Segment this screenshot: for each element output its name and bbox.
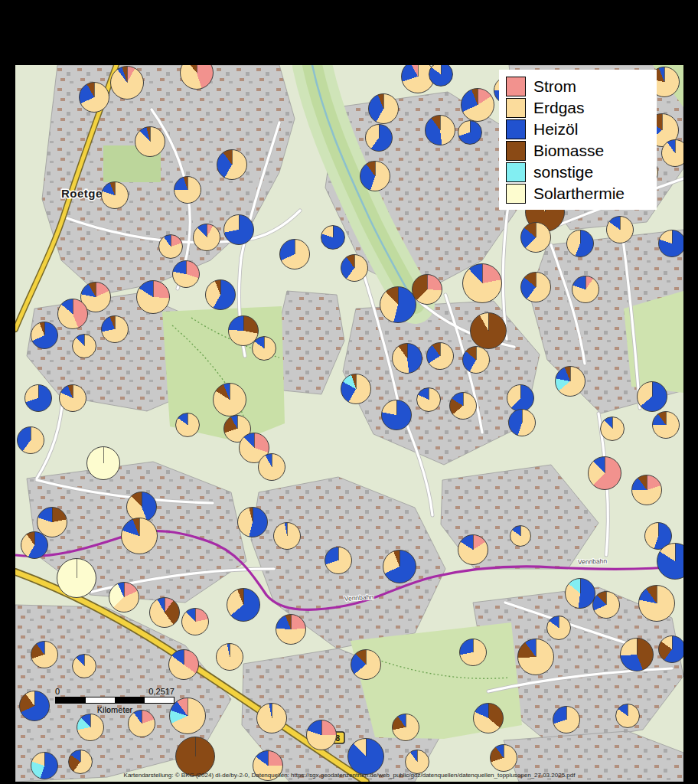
energy-mix-pie xyxy=(77,714,104,741)
energy-mix-pie xyxy=(470,312,507,349)
energy-mix-pie xyxy=(168,649,199,680)
map-canvas: B258 Roetgen Vennbahn Vennbahn StromErdg… xyxy=(15,65,683,782)
energy-mix-pie xyxy=(121,518,158,554)
energy-mix-pie xyxy=(449,392,477,420)
energy-mix-pie xyxy=(149,597,180,628)
energy-mix-pie xyxy=(606,216,634,243)
energy-mix-pie xyxy=(520,222,551,253)
energy-mix-pie xyxy=(458,534,488,565)
energy-mix-pie xyxy=(341,254,368,282)
energy-mix-pie xyxy=(565,578,595,609)
energy-mix-pie xyxy=(658,635,683,663)
energy-mix-pie xyxy=(657,543,683,580)
energy-mix-pie xyxy=(101,181,129,209)
energy-mix-pie xyxy=(193,224,220,251)
legend-swatch xyxy=(506,98,526,118)
legend-label: Erdgas xyxy=(533,97,585,118)
energy-mix-pie xyxy=(510,525,531,547)
energy-mix-pie xyxy=(490,744,517,772)
energy-mix-pie xyxy=(227,588,260,622)
legend-swatch xyxy=(506,141,526,161)
legend-item-solarthermie: Solarthermie xyxy=(506,183,650,204)
energy-mix-pie xyxy=(180,65,214,90)
energy-mix-pie xyxy=(24,384,52,412)
legend-swatch xyxy=(506,77,526,96)
energy-mix-pie xyxy=(459,639,487,666)
energy-mix-pie xyxy=(351,649,381,680)
energy-mix-pie xyxy=(135,126,165,157)
legend-item-heizöl: Heizöl xyxy=(506,119,650,139)
legend-item-strom: Strom xyxy=(506,76,650,96)
energy-mix-pie xyxy=(661,139,683,167)
scale-zero-label: 0 xyxy=(55,687,60,696)
energy-mix-pie xyxy=(223,214,254,245)
energy-mix-pie xyxy=(72,334,96,358)
energy-mix-pie xyxy=(17,426,44,454)
scale-bar: 0 0,2517 Kilometer xyxy=(55,687,174,714)
screenshot-root: { "legend": { "items": [ {"key":"S","lab… xyxy=(0,0,698,784)
energy-mix-pie xyxy=(638,585,675,622)
legend-swatch xyxy=(506,119,526,139)
energy-mix-pie xyxy=(306,720,337,750)
energy-mix-pie xyxy=(365,124,393,152)
legend-label: Strom xyxy=(533,76,576,96)
energy-mix-pie xyxy=(546,616,571,640)
attribution-text: Kartendarstellung: © BKG (2024) dl-de/by… xyxy=(15,772,683,779)
legend-item-erdgas: Erdgas xyxy=(506,97,650,118)
energy-mix-pie xyxy=(59,384,86,412)
energy-mix-pie xyxy=(216,643,243,671)
energy-mix-pie xyxy=(31,641,58,668)
legend-items: StromErdgasHeizölBiomassesonstigeSolarth… xyxy=(506,76,650,204)
energy-mix-pie xyxy=(462,346,490,374)
energy-mix-pie xyxy=(252,336,276,361)
energy-mix-pie xyxy=(174,176,201,204)
energy-mix-pie xyxy=(615,704,640,728)
energy-mix-pie xyxy=(520,272,551,302)
energy-mix-pie xyxy=(273,522,301,550)
energy-mix-pie xyxy=(172,260,200,288)
energy-mix-pie xyxy=(462,263,502,303)
energy-mix-pie xyxy=(109,582,139,612)
energy-mix-pie xyxy=(110,66,144,100)
energy-mix-pie xyxy=(31,322,58,349)
energy-mix-pie xyxy=(19,691,50,721)
energy-mix-pie xyxy=(86,446,120,480)
energy-mix-pie xyxy=(57,299,88,329)
energy-mix-pie xyxy=(566,230,594,257)
legend-label: Solarthermie xyxy=(533,183,625,204)
energy-mix-pie xyxy=(592,591,620,619)
energy-mix-pie xyxy=(101,315,129,343)
energy-mix-pie xyxy=(72,654,96,678)
energy-mix-pie xyxy=(507,384,534,412)
energy-mix-pie xyxy=(517,639,554,675)
energy-mix-pie xyxy=(425,115,455,145)
energy-mix-pie xyxy=(620,638,654,671)
legend-item-sonstige: sonstige xyxy=(506,162,650,182)
legend-item-biomasse: Biomasse xyxy=(506,140,650,161)
energy-mix-pie xyxy=(412,274,442,305)
energy-mix-pie xyxy=(347,738,384,775)
energy-mix-pie xyxy=(555,366,585,397)
legend-label: Biomasse xyxy=(533,140,604,161)
energy-mix-pie xyxy=(658,230,683,257)
energy-mix-pie xyxy=(217,149,247,180)
legend-label: sonstige xyxy=(533,162,593,182)
map-legend: StromErdgasHeizölBiomassesonstigeSolarth… xyxy=(499,70,657,210)
energy-mix-pie xyxy=(383,550,416,583)
energy-mix-pie xyxy=(158,234,183,259)
energy-mix-pie xyxy=(380,286,416,323)
energy-mix-pie xyxy=(256,703,287,733)
legend-label: Heizöl xyxy=(533,119,578,139)
energy-mix-pie xyxy=(279,239,310,270)
energy-mix-pie xyxy=(237,507,268,537)
energy-mix-pie xyxy=(169,697,206,734)
energy-mix-pie xyxy=(21,531,48,559)
scale-unit-label: Kilometer xyxy=(55,705,174,714)
energy-mix-pie xyxy=(508,409,536,436)
energy-mix-pie xyxy=(68,750,93,774)
scale-max-label: 0,2517 xyxy=(148,687,174,696)
energy-mix-pie xyxy=(631,475,662,505)
energy-mix-pie xyxy=(79,82,109,113)
energy-mix-pie xyxy=(57,558,96,598)
energy-mix-pie xyxy=(392,714,419,741)
